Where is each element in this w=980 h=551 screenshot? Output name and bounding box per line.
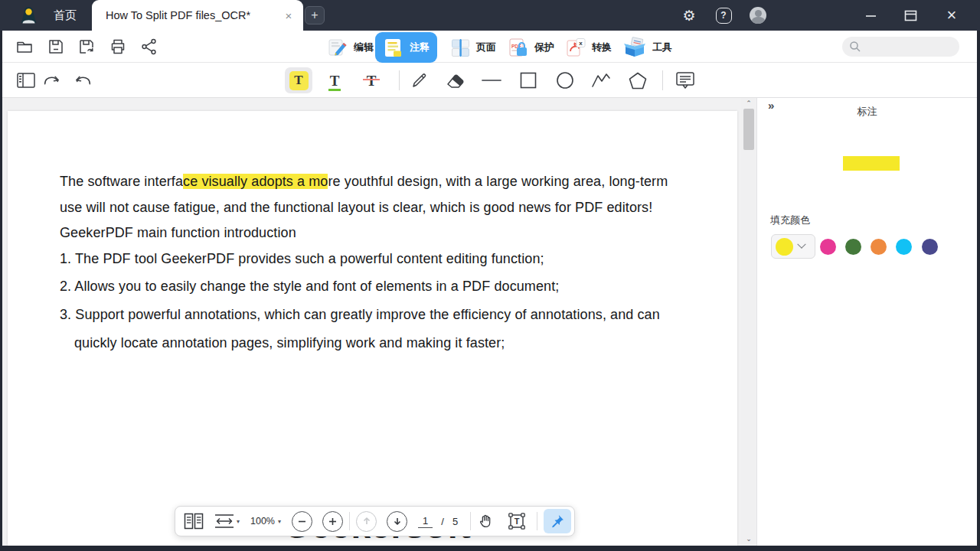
chevron-down-icon [797, 240, 805, 249]
comment-icon [675, 71, 695, 90]
zoom-out-button[interactable] [292, 511, 312, 532]
strikethrough-tool-button[interactable]: T [358, 67, 385, 93]
selected-color-swatch [776, 238, 793, 256]
comment-tool-button[interactable] [675, 71, 695, 90]
tab-tools[interactable]: 工具 [615, 32, 680, 63]
pin-toolbar-button[interactable] [544, 509, 571, 533]
maximize-button[interactable] [901, 6, 920, 24]
strikethrough-tool-icon: T [367, 73, 377, 88]
new-tab-button[interactable]: + [305, 6, 325, 24]
help-button[interactable]: ? [714, 6, 733, 24]
page-number-input[interactable]: 1 [418, 515, 433, 528]
divider [537, 512, 537, 530]
color-swatch-cyan[interactable] [896, 239, 912, 255]
highlight-tool-button[interactable]: T [285, 67, 312, 93]
minimize-button[interactable] [861, 6, 880, 24]
pencil-tool-button[interactable] [410, 71, 430, 90]
annotate-icon [383, 37, 404, 58]
tab-close-icon[interactable]: × [282, 9, 296, 22]
close-icon: × [947, 8, 957, 23]
zoom-level-dropdown[interactable]: 100% ▾ [249, 516, 281, 527]
scroll-up-icon[interactable]: ⌃ [741, 98, 756, 109]
vertical-scrollbar[interactable]: ⌃ ⌄ [741, 98, 756, 546]
save-as-button[interactable] [77, 37, 96, 56]
home-tab[interactable]: 首页 [54, 8, 77, 23]
zoom-caret-icon: ▾ [278, 518, 281, 525]
two-page-view-button[interactable] [184, 513, 204, 530]
color-swatch-indigo[interactable] [922, 239, 938, 255]
polygon-tool-button[interactable] [628, 71, 648, 90]
zoom-level-value: 100% [250, 516, 275, 527]
account-button[interactable] [749, 6, 767, 24]
rectangle-tool-button[interactable] [518, 71, 538, 90]
doc-list-item: 3. Support powerful annotations, which c… [60, 307, 660, 323]
fit-width-icon [214, 514, 235, 529]
document-viewport: The software interface visually adopts a… [2, 98, 977, 546]
window-bottom-border [0, 546, 980, 551]
tab-protect[interactable]: PDF 保护 [500, 32, 562, 63]
hand-tool-button[interactable] [477, 513, 494, 530]
select-text-icon: T [508, 512, 526, 530]
zoom-in-button[interactable] [322, 511, 343, 532]
underline-tool-button[interactable]: T [321, 67, 348, 93]
annotation-toolbar: T T T [2, 63, 977, 98]
color-swatch-orange[interactable] [871, 239, 887, 255]
highlight-preview-swatch [843, 156, 900, 171]
edit-pencil-icon [328, 37, 348, 57]
doc-paragraph-line: GeekerPDF main function introduction [60, 225, 296, 241]
polyline-tool-button[interactable] [591, 71, 611, 90]
annotation-properties-panel: » 标注 填充颜色 [756, 98, 977, 546]
page-separator: / [441, 516, 444, 527]
scrollbar-thumb[interactable] [743, 109, 754, 150]
save-as-icon [77, 37, 96, 56]
share-button[interactable] [140, 37, 158, 56]
doc-list-item: 2. Allows you to easily change the style… [60, 279, 559, 295]
circle-tool-button[interactable] [555, 71, 575, 90]
save-button[interactable] [47, 37, 65, 56]
tab-edit[interactable]: 编辑 [320, 32, 381, 63]
page-organize-icon [450, 37, 471, 58]
arrow-down-icon [393, 517, 402, 526]
pdf-page[interactable]: The software interface visually adopts a… [8, 111, 737, 546]
svg-text:x: x [579, 40, 583, 47]
undo-button[interactable] [74, 71, 93, 90]
help-icon: ? [716, 8, 732, 24]
search-box[interactable] [842, 37, 959, 57]
fill-color-label: 填充颜色 [770, 214, 810, 227]
previous-page-button[interactable] [356, 511, 377, 532]
settings-button[interactable]: ⚙ [680, 6, 698, 24]
highlight-tool-icon: T [289, 71, 309, 90]
color-swatch-pink[interactable] [820, 239, 836, 255]
divider [662, 70, 663, 90]
tab-annotate[interactable]: 注释 [375, 32, 437, 63]
line-icon [482, 78, 501, 83]
close-window-button[interactable]: × [942, 6, 961, 24]
tab-convert[interactable]: x 转换 [557, 32, 619, 63]
fit-width-button[interactable]: ▾ [214, 514, 240, 529]
convert-icon: x [565, 37, 586, 58]
print-button[interactable] [109, 37, 127, 56]
color-swatch-green[interactable] [845, 239, 861, 255]
minimize-icon [865, 10, 877, 21]
circle-icon [556, 71, 574, 90]
selected-color-dropdown[interactable] [771, 234, 815, 259]
rectangle-icon [520, 72, 537, 89]
page-navigation-toolbar: ▾ 100% ▾ 1 / 5 [175, 506, 575, 536]
divider [470, 512, 471, 530]
pencil-icon [410, 71, 429, 90]
line-tool-button[interactable] [482, 71, 501, 90]
search-input[interactable] [861, 41, 946, 52]
redo-button[interactable] [41, 71, 61, 90]
minus-icon [298, 517, 306, 526]
document-tab[interactable]: How To Split PDF files_OCR* × [92, 0, 303, 31]
open-file-button[interactable] [15, 37, 34, 56]
next-page-button[interactable] [387, 511, 407, 532]
select-text-tool-button[interactable]: T [508, 512, 526, 530]
doc-paragraph-line: The software interface visually adopts a… [60, 174, 668, 190]
tab-page[interactable]: 页面 [443, 32, 504, 63]
scroll-down-icon[interactable]: ⌄ [741, 533, 756, 544]
eraser-tool-button[interactable] [446, 71, 466, 90]
panel-toggle-button[interactable] [16, 71, 36, 90]
fit-width-caret-icon: ▾ [237, 518, 240, 525]
gear-icon: ⚙ [682, 7, 695, 24]
